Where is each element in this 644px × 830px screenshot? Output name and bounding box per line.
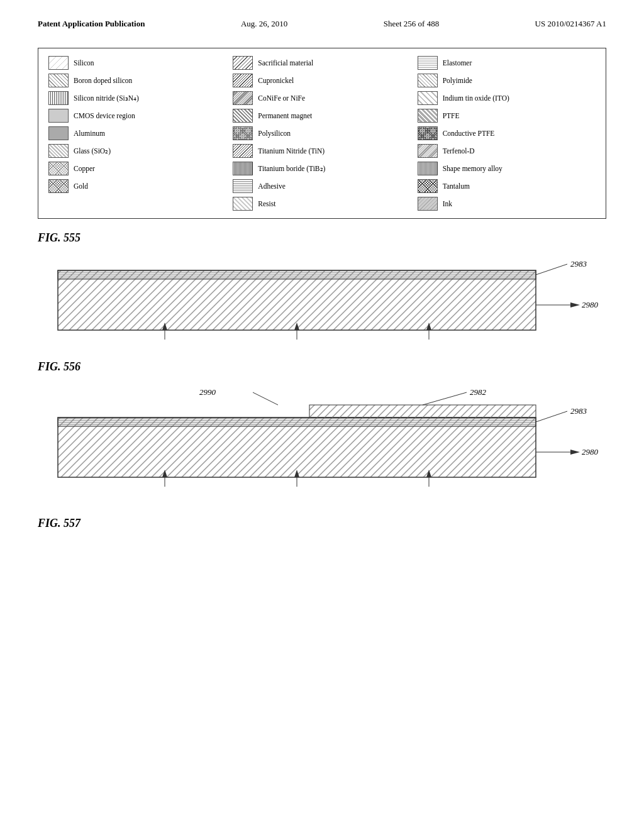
legend-item-copper: Copper [48,162,226,175]
patent-number: US 2010/0214367 A1 [535,19,606,29]
shape-memory-label: Shape memory alloy [443,165,502,172]
polysilicon-label: Polysilicon [258,130,291,137]
ref-2983-label: 2983 [570,259,587,268]
legend-box: Silicon Boron doped silicon Silicon nitr… [38,48,606,219]
copper-label: Copper [74,165,95,172]
ref-2983-b-label: 2983 [570,406,587,416]
conductive-ptfe-label: Conductive PTFE [443,130,495,137]
legend-item-polyimide: Polyimide [418,74,596,87]
ref-2990-label: 2990 [199,387,216,397]
copper-swatch [48,162,69,175]
titanium-nitride-label: Titanium Nitride (TiN) [258,147,325,155]
svg-line-3 [536,264,567,275]
conductive-ptfe-swatch [418,126,438,140]
legend-item-silicon: Silicon [48,56,226,70]
svg-line-16 [253,392,278,405]
ink-label: Ink [443,200,452,208]
legend-item-permanent: Permanent magnet [233,109,411,123]
ptfe-label: PTFE [443,112,460,119]
elastomer-swatch [418,56,438,70]
resist-swatch [233,197,253,211]
page: Patent Application Publication Aug. 26, … [0,0,644,830]
legend-col3: Elastomer Polyimide Indium tin oxide (IT… [418,56,596,211]
cmos-swatch [48,109,69,123]
tantalum-swatch [418,179,438,193]
boron-label: Boron doped silicon [74,77,132,84]
cupronickel-label: Cupronickel [258,77,294,84]
legend-item-glass: Glass (SiO₂) [48,144,226,158]
legend-item-conife: CoNiFe or NiFe [233,91,411,105]
legend-item-silicon-nitride: Silicon nitride (Si₃N₄) [48,91,226,105]
fig556-section: 2983 2980 FIG. 556 [38,255,606,374]
legend-item-ink: Ink [418,197,596,211]
silicon-nitride-swatch [48,91,69,105]
shape-memory-swatch [418,162,438,175]
silicon-label: Silicon [74,59,94,67]
sacrificial-label: Sacrificial material [258,59,313,67]
legend-col1: Silicon Boron doped silicon Silicon nitr… [48,56,226,211]
legend-item-sacrificial: Sacrificial material [233,56,411,70]
fig557-section: 2990 2982 2983 2980 FIG. 55 [38,386,606,530]
svg-rect-14 [58,418,536,426]
ink-swatch [418,197,438,211]
polyimide-swatch [418,74,438,87]
legend-grid: Silicon Boron doped silicon Silicon nitr… [48,56,596,211]
legend-item-polysilicon: Polysilicon [233,126,411,140]
titanium-boride-label: Titanium boride (TiB₂) [258,164,325,173]
titanium-boride-swatch [233,162,253,175]
boron-swatch [48,74,69,87]
legend-item-elastomer: Elastomer [418,56,596,70]
legend-item-cupronickel: Cupronickel [233,74,411,87]
permanent-swatch [233,109,253,123]
svg-marker-20 [570,450,580,455]
aluminum-label: Aluminum [74,130,105,137]
legend-item-cmos: CMOS device region [48,109,226,123]
permanent-label: Permanent magnet [258,112,312,119]
ref-2982-label: 2982 [470,387,487,397]
polyimide-label: Polyimide [443,77,472,84]
titanium-nitride-swatch [233,144,253,158]
cmos-label: CMOS device region [74,112,135,119]
ito-swatch [418,91,438,105]
svg-marker-5 [570,302,580,307]
resist-label: Resist [258,200,275,208]
fig556-diagram: 2983 2980 [39,255,605,355]
sacrificial-swatch [233,56,253,70]
publication-date: Aug. 26, 2010 [241,19,287,29]
cupronickel-swatch [233,74,253,87]
ptfe-swatch [418,109,438,123]
legend-item-aluminum: Aluminum [48,126,226,140]
legend-item-shape-memory: Shape memory alloy [418,162,596,175]
elastomer-label: Elastomer [443,59,472,67]
fig557-label: FIG. 557 [38,517,606,530]
aluminum-swatch [48,126,69,140]
legend-item-titanium-nitride: Titanium Nitride (TiN) [233,144,411,158]
svg-line-18 [536,411,567,422]
silicon-nitride-label: Silicon nitride (Si₃N₄) [74,94,139,102]
legend-col2: Sacrificial material Cupronickel CoNiFe … [233,56,411,211]
conife-label: CoNiFe or NiFe [258,94,305,102]
silicon-swatch [48,56,69,70]
glass-label: Glass (SiO₂) [74,147,111,155]
glass-swatch [48,144,69,158]
legend-item-titanium-boride: Titanium boride (TiB₂) [233,162,411,175]
gold-label: Gold [74,182,88,190]
fig556-label: FIG. 556 [38,360,606,374]
svg-rect-15 [309,405,536,418]
legend-item-ito: Indium tin oxide (ITO) [418,91,596,105]
fig557-diagram: 2990 2982 2983 2980 [39,386,605,512]
legend-item-resist: Resist [233,197,411,211]
terfenol-swatch [418,144,438,158]
svg-line-17 [423,392,467,405]
tantalum-label: Tantalum [443,182,470,190]
legend-item-gold: Gold [48,179,226,193]
publication-label: Patent Application Publication [38,19,145,29]
legend-item-adhesive: Adhesive [233,179,411,193]
legend-item-conductive-ptfe: Conductive PTFE [418,126,596,140]
svg-rect-2 [58,270,536,279]
fig555-label: FIG. 555 [38,231,606,245]
conife-swatch [233,91,253,105]
adhesive-label: Adhesive [258,182,285,190]
sheet-info: Sheet 256 of 488 [384,19,439,29]
ref-2980-label: 2980 [582,300,599,309]
